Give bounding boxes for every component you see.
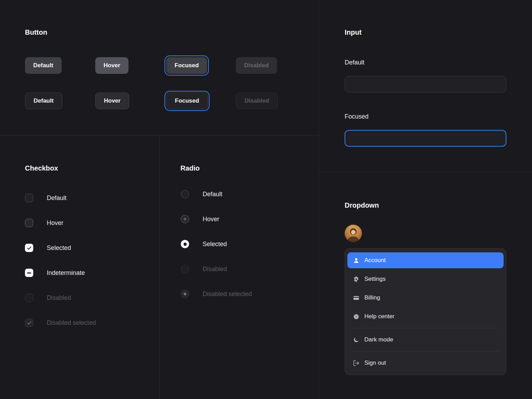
radio-label: Default bbox=[203, 191, 222, 198]
checkbox-row-selected: Selected bbox=[25, 244, 96, 252]
radio-label: Hover bbox=[203, 216, 219, 223]
button-solid-hover[interactable]: Hover bbox=[95, 57, 128, 74]
checkbox-disabled bbox=[25, 294, 33, 302]
section-title-dropdown: Dropdown bbox=[345, 200, 379, 210]
dropdown-section: Dropdown Account Settings bbox=[319, 172, 532, 399]
radio-row-disabled: Disabled bbox=[181, 265, 252, 273]
menu-item-label: Account bbox=[364, 257, 385, 264]
radio-row-disabled-selected: Disabled selected bbox=[181, 290, 252, 298]
dropdown-menu: Account Settings Billing ? Help center bbox=[345, 248, 506, 375]
user-icon bbox=[353, 257, 360, 264]
section-title-button: Button bbox=[25, 27, 47, 37]
button-ghost-focused[interactable]: Focused bbox=[166, 93, 208, 109]
checkbox-row-disabled: Disabled bbox=[25, 294, 96, 302]
checkbox-label: Default bbox=[47, 194, 66, 202]
checkbox-label: Indeterminate bbox=[47, 269, 85, 277]
input-label-focused: Focused bbox=[345, 113, 369, 120]
menu-item-billing[interactable]: Billing bbox=[347, 288, 504, 307]
radio-row-default: Default bbox=[181, 190, 252, 198]
checkbox-hover[interactable] bbox=[25, 219, 33, 227]
help-circle-icon: ? bbox=[353, 313, 360, 320]
button-section: Button Default Hover Focused Disabled De… bbox=[0, 0, 319, 136]
radio-selected[interactable] bbox=[181, 240, 189, 248]
radio-default[interactable] bbox=[181, 190, 189, 198]
button-ghost-disabled: Disabled bbox=[236, 93, 278, 109]
radio-label: Selected bbox=[203, 241, 227, 248]
checkbox-row-indeterminate: Indeterminate bbox=[25, 269, 96, 277]
menu-divider bbox=[352, 328, 499, 328]
input-default[interactable] bbox=[345, 76, 506, 93]
button-solid-focused[interactable]: Focused bbox=[166, 57, 207, 74]
checkbox-row-disabled-selected: Disabled selected bbox=[25, 319, 96, 327]
checkbox-disabled-selected bbox=[25, 319, 33, 327]
radio-row-selected: Selected bbox=[181, 240, 252, 248]
checkbox-selected[interactable] bbox=[25, 244, 33, 252]
avatar-person-icon bbox=[345, 225, 362, 242]
menu-item-dark-mode[interactable]: Dark mode bbox=[347, 330, 504, 349]
radio-dot bbox=[184, 218, 186, 220]
input-section: Input Default Focused bbox=[319, 0, 532, 172]
radio-dot bbox=[184, 243, 187, 246]
radio-disabled bbox=[181, 265, 189, 273]
menu-item-help-center[interactable]: ? Help center bbox=[347, 307, 504, 326]
radio-section: Radio Default Hover Selected Disabled Di… bbox=[160, 136, 319, 399]
section-title-input: Input bbox=[345, 27, 362, 37]
checkbox-label: Hover bbox=[47, 219, 63, 227]
checkbox-row-default: Default bbox=[25, 194, 96, 202]
menu-item-label: Sign out bbox=[364, 359, 386, 366]
component-showcase-page: Button Default Hover Focused Disabled De… bbox=[0, 0, 532, 399]
input-label-default: Default bbox=[345, 59, 364, 66]
radio-hover[interactable] bbox=[181, 215, 189, 223]
radio-disabled-selected bbox=[181, 290, 189, 298]
checkbox-section: Checkbox Default Hover Selected Indete bbox=[0, 136, 160, 399]
checkbox-label: Disabled bbox=[47, 294, 71, 302]
menu-item-label: Dark mode bbox=[364, 336, 393, 343]
checkbox-indeterminate[interactable] bbox=[25, 269, 33, 277]
radio-label: Disabled selected bbox=[203, 290, 252, 298]
avatar[interactable] bbox=[345, 225, 362, 242]
section-title-checkbox: Checkbox bbox=[25, 163, 58, 173]
section-title-radio: Radio bbox=[180, 163, 200, 173]
sign-out-icon bbox=[353, 360, 360, 366]
button-ghost-default[interactable]: Default bbox=[25, 93, 62, 109]
checkbox-label: Selected bbox=[47, 244, 71, 252]
check-icon bbox=[27, 245, 32, 251]
minus-icon bbox=[27, 272, 31, 274]
button-solid-disabled: Disabled bbox=[236, 57, 277, 74]
radio-dot bbox=[184, 293, 186, 295]
menu-item-account[interactable]: Account bbox=[347, 252, 504, 268]
gear-icon bbox=[353, 276, 360, 283]
svg-text:?: ? bbox=[355, 314, 357, 318]
check-icon bbox=[27, 320, 32, 326]
menu-item-sign-out[interactable]: Sign out bbox=[347, 354, 504, 372]
moon-icon bbox=[353, 337, 360, 343]
button-solid-default[interactable]: Default bbox=[25, 57, 62, 74]
checkbox-label: Disabled selected bbox=[47, 319, 96, 327]
checkbox-row-hover: Hover bbox=[25, 219, 96, 227]
radio-label: Disabled bbox=[203, 266, 227, 273]
credit-card-icon bbox=[353, 295, 360, 301]
menu-item-label: Billing bbox=[364, 294, 380, 301]
checkbox-list: Default Hover Selected Indeterminate bbox=[25, 194, 96, 327]
menu-item-settings[interactable]: Settings bbox=[347, 270, 504, 288]
radio-row-hover: Hover bbox=[181, 215, 252, 223]
radio-list: Default Hover Selected Disabled Disabled… bbox=[181, 190, 252, 298]
checkbox-default[interactable] bbox=[25, 194, 33, 202]
menu-item-label: Help center bbox=[364, 313, 394, 320]
input-focused[interactable] bbox=[345, 130, 506, 147]
menu-divider bbox=[352, 351, 499, 352]
button-ghost-hover[interactable]: Hover bbox=[95, 93, 129, 109]
menu-item-label: Settings bbox=[364, 276, 385, 283]
